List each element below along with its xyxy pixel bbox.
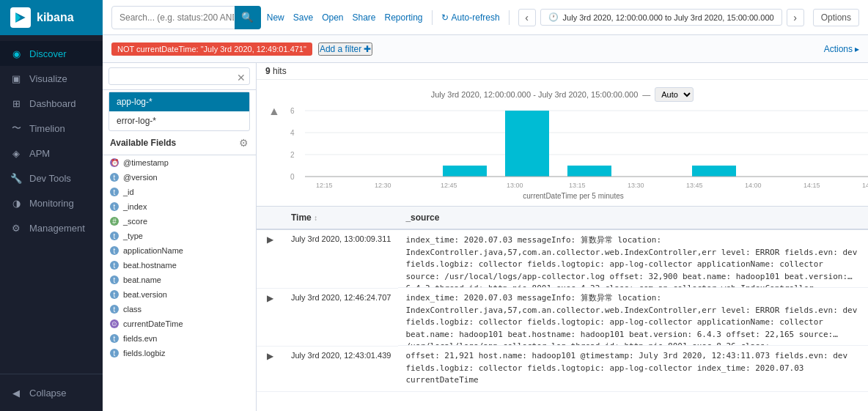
chart-separator: — xyxy=(642,90,650,99)
new-button[interactable]: New xyxy=(267,12,284,23)
main-content: 🔍 New Save Open Share Reporting ↻ Auto-r… xyxy=(103,0,868,411)
field-item-beathostname[interactable]: t beat.hostname xyxy=(103,258,256,273)
apm-icon: ◈ xyxy=(10,147,22,159)
expand-row-0-button[interactable]: ▶ xyxy=(264,234,276,245)
field-item-fieldsevn[interactable]: t fields.evn xyxy=(103,331,256,346)
field-item-class[interactable]: t class xyxy=(103,302,256,316)
date-range-text: July 3rd 2020, 12:00:00.000 to July 3rd … xyxy=(563,13,774,22)
field-item-currentdatetime[interactable]: ⊙ currentDateTime xyxy=(103,316,256,331)
field-item-timestamp[interactable]: ⏰ @timestamp xyxy=(103,155,256,170)
field-name-beatversion: beat.version xyxy=(123,290,167,299)
field-item-type[interactable]: t _type xyxy=(103,229,256,243)
field-name-version: @version xyxy=(123,173,158,182)
fields-header: Available Fields ⚙ xyxy=(103,131,256,155)
svg-text:13:45: 13:45 xyxy=(686,182,703,189)
svg-text:14:00: 14:00 xyxy=(745,182,762,189)
index-clear-icon[interactable]: ✕ xyxy=(237,72,246,84)
sidebar-item-visualize[interactable]: ▣ Visualize xyxy=(0,66,103,91)
kibana-logo-icon xyxy=(10,7,31,28)
actions-button[interactable]: Actions ▸ xyxy=(824,44,859,54)
field-item-index[interactable]: t _index xyxy=(103,199,256,214)
results-area: 9 hits July 3rd 2020, 12:00:00.000 - Jul… xyxy=(257,63,868,411)
chart-date-range: July 3rd 2020, 12:00:00.000 - July 3rd 2… xyxy=(431,90,639,99)
svg-text:14:15: 14:15 xyxy=(803,182,820,189)
chart-wrapper: ▲ 6 4 2 0 xyxy=(268,105,856,200)
expand-row-2-button[interactable]: ▶ xyxy=(264,351,276,361)
date-next-button[interactable]: › xyxy=(787,9,804,26)
field-type-t-fieldsevn: t xyxy=(110,334,119,343)
date-range-button[interactable]: 🕐 July 3rd 2020, 12:00:00.000 to July 3r… xyxy=(540,9,782,26)
bar-3 xyxy=(505,111,549,177)
time-cell-2: July 3rd 2020, 12:43:01.439 xyxy=(284,346,398,392)
field-item-appname[interactable]: t applicationName xyxy=(103,243,256,258)
field-type-t-id: t xyxy=(110,188,119,196)
field-name-beatname: beat.name xyxy=(123,275,161,284)
field-item-beatname[interactable]: t beat.name xyxy=(103,273,256,287)
field-item-score[interactable]: # _score xyxy=(103,214,256,229)
fields-settings-icon[interactable]: ⚙ xyxy=(239,137,249,149)
grid-icon: ⊞ xyxy=(10,97,22,109)
topbar-actions: New Save Open Share Reporting ↻ Auto-ref… xyxy=(267,9,859,26)
share-button[interactable]: Share xyxy=(352,12,375,23)
fields-panel: ✕ app-log-* error-log-* Available Fields… xyxy=(103,63,257,411)
chart-interval-select[interactable]: Auto xyxy=(655,87,694,102)
index-dropdown: ✕ xyxy=(103,63,256,90)
open-button[interactable]: Open xyxy=(322,12,343,23)
index-search-input[interactable] xyxy=(108,67,250,85)
sidebar-item-discover-label: Discover xyxy=(29,48,67,59)
date-prev-button[interactable]: ‹ xyxy=(518,9,536,26)
expand-row-1-button[interactable]: ▶ xyxy=(264,293,276,303)
hits-label: hits xyxy=(273,66,287,76)
sidebar-item-monitoring[interactable]: ◑ Monitoring xyxy=(0,190,103,215)
results-table-container: Time ↕ _source ▶ July 3rd xyxy=(257,207,868,411)
field-name-index: _index xyxy=(123,202,147,211)
sidebar-item-apm-label: APM xyxy=(29,148,50,159)
index-list: app-log-* error-log-* xyxy=(108,92,250,131)
auto-refresh-button[interactable]: ↻ Auto-refresh xyxy=(441,12,500,23)
topbar-divider xyxy=(432,10,433,25)
available-fields-title: Available Fields xyxy=(110,138,176,148)
collapse-button[interactable]: ◀ Collapse xyxy=(0,380,103,405)
field-type-t-class: t xyxy=(110,305,119,314)
reporting-button[interactable]: Reporting xyxy=(385,12,423,23)
sidebar-item-dashboard[interactable]: ⊞ Dashboard xyxy=(0,91,103,116)
sidebar-item-discover[interactable]: ◉ Discover xyxy=(0,41,103,66)
svg-text:0: 0 xyxy=(290,173,295,181)
svg-text:2: 2 xyxy=(290,151,295,159)
app-logo[interactable]: kibana xyxy=(0,0,103,35)
add-filter-button[interactable]: Add a filter ✚ xyxy=(318,42,372,56)
options-button[interactable]: Options xyxy=(813,9,859,26)
svg-text:13:30: 13:30 xyxy=(628,182,644,189)
field-type-t-index: t xyxy=(110,202,119,211)
sidebar-item-timelion[interactable]: 〜 Timelion xyxy=(0,116,103,141)
field-type-t-appname: t xyxy=(110,246,119,255)
field-item-version[interactable]: t @version xyxy=(103,170,256,185)
sidebar-item-timelion-label: Timelion xyxy=(29,123,65,134)
date-nav: ‹ 🕐 July 3rd 2020, 12:00:00.000 to July … xyxy=(518,9,804,26)
field-type-clock-currentdatetime: ⊙ xyxy=(110,319,119,328)
field-item-beatversion[interactable]: t beat.version xyxy=(103,287,256,302)
table-body: ▶ July 3rd 2020, 13:00:09.311 index_time… xyxy=(257,229,868,392)
svg-text:13:15: 13:15 xyxy=(569,182,586,189)
time-cell-0: July 3rd 2020, 13:00:09.311 xyxy=(284,229,398,288)
sidebar-item-devtools[interactable]: 🔧 Dev Tools xyxy=(0,166,103,190)
save-button[interactable]: Save xyxy=(293,12,313,23)
svg-text:6: 6 xyxy=(290,107,295,115)
chart-scroll-up-icon[interactable]: ▲ xyxy=(268,105,280,118)
sidebar-item-management[interactable]: ⚙ Management xyxy=(0,215,103,240)
search-button[interactable]: 🔍 xyxy=(235,6,261,29)
index-item-error-log[interactable]: error-log-* xyxy=(109,111,249,130)
filter-tag[interactable]: NOT currentDateTime: "July 3rd 2020, 12:… xyxy=(111,42,312,56)
field-name-currentdatetime: currentDateTime xyxy=(123,319,183,328)
sidebar-item-apm[interactable]: ◈ APM xyxy=(0,141,103,166)
field-type-t-beatname: t xyxy=(110,275,119,284)
source-cell-1: index_time: 2020.07.03 messageInfo: 算数异常… xyxy=(398,288,868,346)
field-name-type: _type xyxy=(123,232,143,240)
table-row: ▶ July 3rd 2020, 12:46:24.707 index_time… xyxy=(257,288,868,346)
sidebar-item-dashboard-label: Dashboard xyxy=(29,98,76,109)
table-col-time[interactable]: Time ↕ xyxy=(284,207,398,229)
field-type-t-type: t xyxy=(110,232,119,240)
field-item-id[interactable]: t _id xyxy=(103,185,256,199)
field-item-fieldslogbiz[interactable]: t fields.logbiz xyxy=(103,346,256,360)
index-item-app-log[interactable]: app-log-* xyxy=(109,92,249,111)
